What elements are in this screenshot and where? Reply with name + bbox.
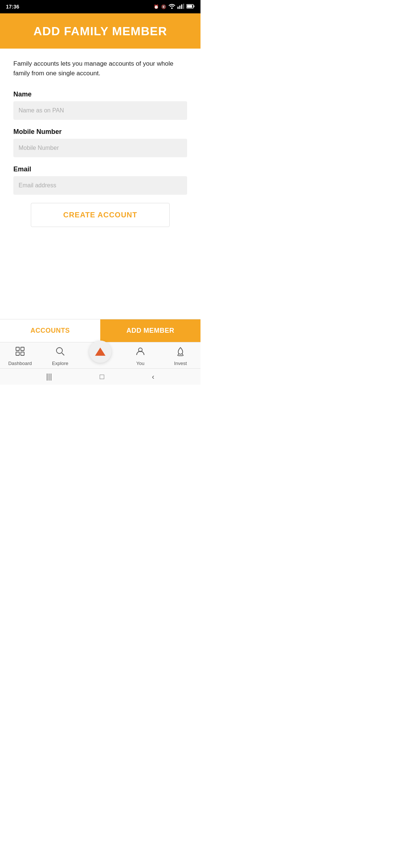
mobile-group: Mobile Number [13, 128, 187, 157]
sys-menu-icon[interactable]: ||| [46, 372, 52, 381]
page-header: ADD FAMILY MEMBER [0, 13, 200, 49]
system-nav-bar: ||| □ ‹ [0, 368, 200, 385]
spacer [0, 237, 200, 319]
email-group: Email [13, 165, 187, 195]
you-label: You [136, 361, 144, 366]
mobile-label: Mobile Number [13, 128, 187, 136]
you-icon [135, 346, 146, 359]
nav-item-invest[interactable]: Invest [160, 346, 200, 366]
sys-back-icon[interactable]: ‹ [152, 372, 154, 381]
svg-rect-2 [179, 6, 180, 9]
mute-icon: 🔇 [161, 4, 166, 9]
svg-rect-7 [194, 6, 195, 7]
nav-item-dashboard[interactable]: Dashboard [0, 346, 40, 366]
mobile-input[interactable] [13, 139, 187, 157]
explore-icon [55, 346, 65, 359]
fab-button[interactable] [89, 341, 111, 363]
name-group: Name [13, 91, 187, 120]
explore-label: Explore [52, 361, 68, 366]
svg-rect-4 [183, 4, 184, 9]
svg-rect-8 [16, 347, 19, 351]
accounts-tab[interactable]: ACCOUNTS [0, 319, 100, 342]
alarm-icon: ⏰ [154, 4, 159, 9]
svg-rect-9 [21, 347, 24, 351]
invest-icon [175, 346, 186, 359]
fab-triangle-icon [95, 348, 105, 356]
svg-point-0 [171, 7, 173, 9]
email-input[interactable] [13, 176, 187, 195]
status-icons: ⏰ 🔇 [154, 4, 195, 10]
status-time: 17:36 [6, 4, 19, 10]
nav-item-fab[interactable] [80, 349, 120, 363]
nav-item-explore[interactable]: Explore [40, 346, 80, 366]
status-bar: 17:36 ⏰ 🔇 [0, 0, 200, 13]
svg-rect-6 [187, 5, 192, 8]
nav-item-you[interactable]: You [120, 346, 160, 366]
create-account-button[interactable]: CREATE ACCOUNT [31, 203, 170, 227]
dashboard-icon [15, 346, 25, 359]
svg-rect-1 [177, 7, 179, 9]
invest-label: Invest [174, 361, 187, 366]
svg-rect-3 [181, 4, 182, 9]
battery-icon [186, 4, 195, 9]
page-title: ADD FAMILY MEMBER [7, 24, 193, 38]
add-member-tab[interactable]: ADD MEMBER [100, 319, 200, 342]
tab-toggle: ACCOUNTS ADD MEMBER [0, 319, 200, 342]
wifi-icon [169, 4, 175, 10]
name-input[interactable] [13, 101, 187, 120]
bottom-nav: Dashboard Explore You [0, 342, 200, 368]
svg-rect-11 [21, 352, 24, 355]
sys-home-icon[interactable]: □ [100, 372, 104, 381]
email-label: Email [13, 165, 187, 173]
signal-icon [177, 4, 184, 10]
svg-line-13 [62, 353, 65, 355]
svg-rect-10 [16, 352, 19, 355]
page-content: Family accounts lets you manage accounts… [0, 49, 200, 237]
svg-point-12 [56, 348, 62, 354]
dashboard-label: Dashboard [8, 361, 32, 366]
description-text: Family accounts lets you manage accounts… [13, 59, 187, 79]
name-label: Name [13, 91, 187, 98]
